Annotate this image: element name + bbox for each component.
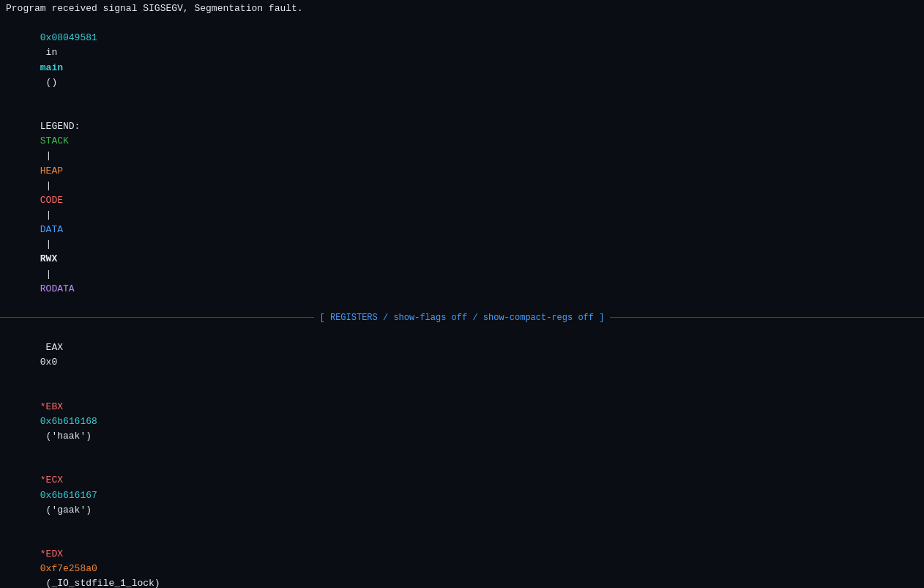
reg-eax-name: EAX (40, 342, 75, 353)
terminal-window: Program received signal SIGSEGV, Segment… (0, 0, 924, 588)
reg-ebx-extra: ('haak') (40, 431, 92, 442)
legend-heap: HEAP (40, 165, 63, 176)
reg-edx-val: 0xf7e258a0 (40, 563, 97, 574)
legend-sep1: | (40, 150, 57, 161)
signal-section: Program received signal SIGSEGV, Segment… (0, 0, 924, 313)
legend-rodata: RODATA (40, 283, 75, 294)
registers-divider: [ REGISTERS / show-flags off / show-comp… (0, 313, 924, 323)
reg-ecx: *ECX 0x6b616167 ('gaak') (6, 458, 918, 532)
func-parens: () (40, 77, 57, 88)
legend-sep2: | (40, 180, 57, 191)
in-text: in (40, 47, 63, 58)
legend-rwx: RWX (40, 253, 57, 264)
reg-ebx: *EBX 0x6b616168 ('haak') (6, 385, 918, 459)
legend-sep4: | (40, 239, 57, 250)
reg-eax-val: 0x0 (40, 357, 57, 368)
reg-ecx-val: 0x6b616167 (40, 490, 97, 501)
signal-line: Program received signal SIGSEGV, Segment… (6, 1, 918, 16)
address-value: 0x08049581 (40, 32, 97, 43)
legend-label: LEGEND: (40, 121, 86, 132)
reg-ebx-val: 0x6b616168 (40, 416, 97, 427)
reg-ebx-name: *EBX (40, 401, 75, 412)
legend-line: LEGEND: STACK | HEAP | CODE | DATA | RWX… (6, 105, 918, 311)
reg-ecx-extra: ('gaak') (40, 505, 92, 516)
registers-header: [ REGISTERS / show-flags off / show-comp… (320, 313, 605, 323)
reg-edx-link: (_IO_stdfile_1_lock) (40, 578, 166, 588)
legend-code: CODE (40, 195, 63, 206)
reg-edx: *EDX 0xf7e258a0 (_IO_stdfile_1_lock) ← 0… (6, 532, 918, 588)
legend-sep5: | (40, 269, 57, 280)
registers-section: EAX 0x0 *EBX 0x6b616168 ('haak') *ECX 0x… (0, 323, 924, 588)
reg-eax: EAX 0x0 (6, 326, 918, 385)
func-name: main (40, 62, 63, 73)
address-line: 0x08049581 in main () (6, 16, 918, 105)
legend-data: DATA (40, 224, 63, 235)
legend-stack: STACK (40, 135, 69, 146)
legend-sep3: | (40, 209, 57, 220)
reg-edx-name: *EDX (40, 548, 75, 559)
reg-ecx-name: *ECX (40, 475, 75, 485)
